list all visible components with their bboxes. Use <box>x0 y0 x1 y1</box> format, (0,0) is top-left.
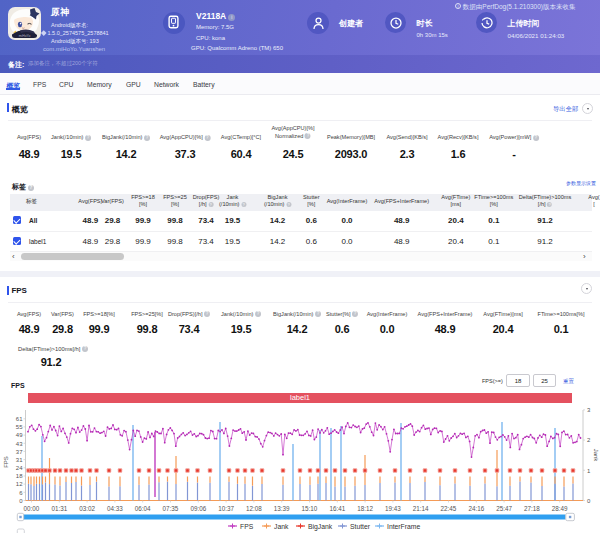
svg-text:24:16: 24:16 <box>468 505 484 512</box>
svg-text:25:47: 25:47 <box>496 505 512 512</box>
svg-text:15:10: 15:10 <box>302 505 318 512</box>
svg-text:06:04: 06:04 <box>135 505 151 512</box>
svg-text:6: 6 <box>19 490 23 496</box>
svg-text:BigJank: BigJank <box>308 523 333 531</box>
svg-text:22:45: 22:45 <box>441 505 457 512</box>
svg-text:FPS: FPS <box>240 523 254 530</box>
svg-text:FPS: FPS <box>3 456 9 468</box>
svg-text:Jank: Jank <box>593 449 599 463</box>
svg-text:04:33: 04:33 <box>107 505 123 512</box>
svg-text:28:49: 28:49 <box>552 505 568 512</box>
svg-text:24: 24 <box>16 465 23 471</box>
svg-text:12:08: 12:08 <box>246 505 262 512</box>
svg-text:13:39: 13:39 <box>274 505 290 512</box>
svg-text:InterFrame: InterFrame <box>387 523 420 530</box>
svg-text:01:31: 01:31 <box>51 505 67 512</box>
svg-text:49: 49 <box>16 432 23 438</box>
svg-text:3: 3 <box>587 407 591 413</box>
svg-text:Stutter: Stutter <box>350 523 371 530</box>
svg-text:miHoYo: miHoYo <box>19 34 31 38</box>
svg-text:07:35: 07:35 <box>163 505 179 512</box>
svg-text:0: 0 <box>19 498 23 504</box>
svg-text:18:12: 18:12 <box>357 505 373 512</box>
svg-text:Jank: Jank <box>274 523 289 530</box>
svg-text:1: 1 <box>587 468 591 474</box>
svg-text:61: 61 <box>16 416 23 422</box>
svg-text:18: 18 <box>16 473 23 479</box>
svg-text:16:41: 16:41 <box>329 505 345 512</box>
svg-text:12: 12 <box>16 481 23 487</box>
svg-text:31: 31 <box>16 457 23 463</box>
svg-text:37: 37 <box>16 449 23 455</box>
svg-text:10:37: 10:37 <box>218 505 234 512</box>
svg-text:21:14: 21:14 <box>413 505 429 512</box>
svg-text:27:18: 27:18 <box>524 505 540 512</box>
svg-text:2: 2 <box>587 437 591 443</box>
svg-text:19:43: 19:43 <box>385 505 401 512</box>
svg-text:00:00: 00:00 <box>24 505 40 512</box>
svg-text:09:06: 09:06 <box>190 505 206 512</box>
svg-text:43: 43 <box>16 441 23 447</box>
svg-text:03:02: 03:02 <box>79 505 95 512</box>
svg-text:55: 55 <box>16 424 23 430</box>
svg-text:0: 0 <box>587 498 591 504</box>
